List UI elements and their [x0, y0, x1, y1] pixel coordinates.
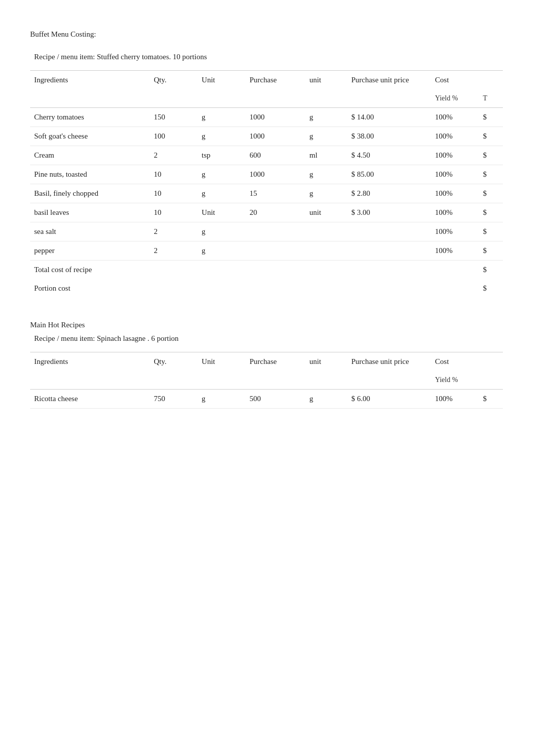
col2-header-ingredients: Ingredients: [30, 352, 150, 371]
cell-price: $ 14.00: [347, 108, 431, 127]
cell-unit: tsp: [198, 146, 245, 165]
col-header-cost: Cost: [431, 71, 479, 90]
col2-header-cost: Cost: [431, 352, 479, 371]
portion-cost-label: Portion cost: [30, 279, 479, 298]
col-subheader-yield: Yield %: [431, 89, 479, 108]
cell-unit: g: [198, 127, 245, 146]
col-header-price: Purchase unit price: [347, 71, 431, 90]
cell-cost: $: [479, 241, 503, 261]
cell-qty: 10: [150, 184, 197, 203]
cell-ingredient: Ricotta cheese: [30, 390, 150, 409]
main-hot-recipes-title: Main Hot Recipes: [30, 321, 503, 329]
cell-ingredient: Soft goat's cheese: [30, 127, 150, 146]
portion-cost-row: Portion cost $: [30, 279, 503, 298]
cell-qty: 10: [150, 203, 197, 222]
cell-qty: 2: [150, 146, 197, 165]
cell-yield: 100%: [431, 390, 479, 409]
cell-ingredient: pepper: [30, 241, 150, 261]
cell-purchase: 1000: [245, 108, 305, 127]
table-row: sea salt 2 g 100% $: [30, 222, 503, 241]
cell-ingredient: basil leaves: [30, 203, 150, 222]
cell-cost: $: [479, 127, 503, 146]
table-row: pepper 2 g 100% $: [30, 241, 503, 261]
cell-unit: g: [198, 165, 245, 184]
table-row: Basil, finely chopped 10 g 15 g $ 2.80 1…: [30, 184, 503, 203]
cell-unit2: g: [305, 108, 347, 127]
table-row: Soft goat's cheese 100 g 1000 g $ 38.00 …: [30, 127, 503, 146]
ingredients-table-2: Ingredients Qty. Unit Purchase unit Purc…: [30, 352, 503, 409]
cell-cost: $: [479, 146, 503, 165]
cell-qty: 2: [150, 222, 197, 241]
col2-header-t: [479, 352, 503, 371]
cell-price: $ 38.00: [347, 127, 431, 146]
cell-ingredient: Basil, finely chopped: [30, 184, 150, 203]
col-header-unit2: unit: [305, 71, 347, 90]
cell-unit2: g: [305, 127, 347, 146]
cell-cost: $: [479, 222, 503, 241]
cell-unit2: [305, 222, 347, 241]
cell-cost: $: [479, 203, 503, 222]
col2-header-unit2: unit: [305, 352, 347, 371]
cell-purchase: 20: [245, 203, 305, 222]
cell-unit: Unit: [198, 203, 245, 222]
cell-price: $ 3.00: [347, 203, 431, 222]
cell-unit: g: [198, 222, 245, 241]
cell-qty: 100: [150, 127, 197, 146]
total-cost-value: $: [479, 261, 503, 280]
col-subheader-t: T: [479, 89, 503, 108]
table-row: Cherry tomatoes 150 g 1000 g $ 14.00 100…: [30, 108, 503, 127]
cell-yield: 100%: [431, 127, 479, 146]
table-header-row1: Ingredients Qty. Unit Purchase unit Purc…: [30, 71, 503, 90]
col-header-unit: Unit: [198, 71, 245, 90]
cell-cost: $: [479, 184, 503, 203]
cell-unit2: ml: [305, 146, 347, 165]
cell-purchase: [245, 222, 305, 241]
cell-cost: $: [479, 390, 503, 409]
cell-unit: g: [198, 184, 245, 203]
cell-ingredient: Pine nuts, toasted: [30, 165, 150, 184]
page-title: Buffet Menu Costing:: [30, 30, 503, 39]
cell-yield: 100%: [431, 184, 479, 203]
section-gap: [30, 303, 503, 321]
cell-qty: 10: [150, 165, 197, 184]
col2-header-purchase: Purchase: [245, 352, 305, 371]
cell-qty: 150: [150, 108, 197, 127]
cell-qty: 2: [150, 241, 197, 261]
cell-purchase: 1000: [245, 165, 305, 184]
table-row: Ricotta cheese 750 g 500 g $ 6.00 100% $: [30, 390, 503, 409]
cell-purchase: [245, 241, 305, 261]
cell-unit2: [305, 241, 347, 261]
col-header-qty: Qty.: [150, 71, 197, 90]
total-cost-label: Total cost of recipe: [30, 261, 479, 280]
total-cost-row: Total cost of recipe $: [30, 261, 503, 280]
col2-header-qty: Qty.: [150, 352, 197, 371]
section1: Recipe / menu item: Stuffed cherry tomat…: [30, 53, 503, 298]
col-header-ingredients: Ingredients: [30, 71, 150, 90]
cell-yield: 100%: [431, 165, 479, 184]
cell-purchase: 500: [245, 390, 305, 409]
cell-price: $ 2.80: [347, 184, 431, 203]
cell-unit: g: [198, 241, 245, 261]
col2-header-unit: Unit: [198, 352, 245, 371]
recipe-title-2: Recipe / menu item: Spinach lasagne . 6 …: [30, 334, 503, 343]
col-header-t: [479, 71, 503, 90]
cell-ingredient: sea salt: [30, 222, 150, 241]
cell-cost: $: [479, 165, 503, 184]
cell-unit2: unit: [305, 203, 347, 222]
cell-yield: 100%: [431, 146, 479, 165]
cell-purchase: 600: [245, 146, 305, 165]
cell-price: [347, 222, 431, 241]
cell-price: $ 6.00: [347, 390, 431, 409]
table-row: Cream 2 tsp 600 ml $ 4.50 100% $: [30, 146, 503, 165]
cell-purchase: 15: [245, 184, 305, 203]
col2-subheader-yield: Yield %: [431, 371, 479, 390]
cell-yield: 100%: [431, 222, 479, 241]
cell-cost: $: [479, 108, 503, 127]
cell-unit: g: [198, 390, 245, 409]
cell-price: [347, 241, 431, 261]
cell-yield: 100%: [431, 241, 479, 261]
cell-unit: g: [198, 108, 245, 127]
cell-price: $ 4.50: [347, 146, 431, 165]
cell-unit2: g: [305, 165, 347, 184]
col2-header-price: Purchase unit price: [347, 352, 431, 371]
